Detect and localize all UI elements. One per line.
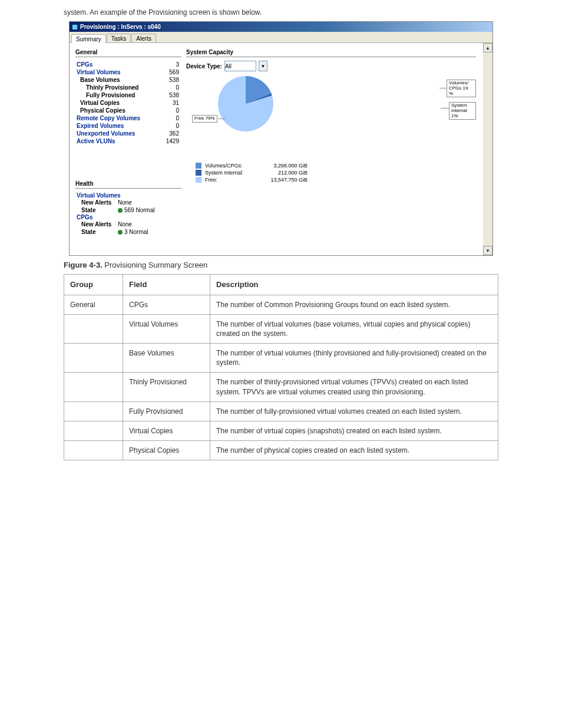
- table-row: Physical CopiesThe number of physical co…: [64, 441, 498, 460]
- general-row[interactable]: Remote Copy Volumes0: [75, 114, 181, 122]
- health-heading: Health: [75, 180, 181, 189]
- cell-description: The number of physical copies created on…: [210, 441, 498, 460]
- device-type-dropdown-button[interactable]: ▼: [259, 61, 267, 71]
- legend-row: System Internal:212.000 GiB: [196, 169, 476, 176]
- general-heading: General: [75, 49, 181, 57]
- legend-value: 13,547.750 GiB: [260, 177, 308, 183]
- general-value: 0: [159, 84, 181, 91]
- tab-summary[interactable]: Summary: [71, 34, 106, 43]
- health-label: State: [75, 207, 118, 213]
- health-group-title[interactable]: Virtual Volumes: [75, 192, 181, 199]
- cell-field: Fully Provisioned: [123, 401, 210, 421]
- health-value: 569 Normal: [118, 207, 155, 213]
- annot-free: Free 79%: [192, 115, 217, 123]
- general-value: 31: [159, 100, 181, 106]
- general-key[interactable]: Unexported Volumes: [75, 130, 159, 137]
- general-row[interactable]: Virtual Volumes569: [75, 68, 181, 76]
- health-label: New Alerts: [75, 221, 118, 228]
- general-row[interactable]: Expired Volumes0: [75, 122, 181, 130]
- table-header-row: Group Field Description: [64, 275, 498, 295]
- general-key[interactable]: Remote Copy Volumes: [75, 115, 159, 121]
- health-row: New AlertsNone: [75, 220, 181, 228]
- annot-volumes: Volumes/CPGs 19%: [447, 80, 476, 97]
- table-row: Base VolumesThe number of virtual volume…: [64, 344, 498, 373]
- general-row: Physical Copies0: [75, 107, 181, 114]
- device-type-select[interactable]: [224, 61, 256, 71]
- cell-field: CPGs: [123, 295, 210, 314]
- legend-swatch-icon: [196, 163, 201, 169]
- scroll-down-button[interactable]: ▼: [483, 246, 492, 255]
- cell-field: Virtual Volumes: [123, 314, 210, 343]
- cell-group: [64, 441, 123, 460]
- tab-alerts[interactable]: Alerts: [131, 34, 156, 42]
- health-group-title[interactable]: CPGs: [75, 214, 181, 220]
- general-row[interactable]: CPGs3: [75, 61, 181, 68]
- general-key: Base Volumes: [75, 77, 159, 83]
- general-key: Virtual Copies: [75, 100, 159, 106]
- legend-swatch-icon: [196, 170, 201, 176]
- table-row: Fully ProvisionedThe number of fully-pro…: [64, 401, 498, 421]
- general-row: Thinly Provisioned0: [75, 84, 181, 91]
- th-group: Group: [64, 275, 123, 295]
- window-icon: [72, 24, 78, 30]
- scroll-up-button[interactable]: ▲: [483, 43, 492, 52]
- tabs-row: Summary Tasks Alerts: [70, 32, 492, 43]
- cell-field: Physical Copies: [123, 441, 210, 460]
- cell-field: Base Volumes: [123, 344, 210, 373]
- health-value: None: [118, 199, 132, 206]
- vertical-scrollbar[interactable]: ▲ ▼: [483, 43, 492, 255]
- general-value: 0: [159, 107, 181, 114]
- general-key[interactable]: Virtual Volumes: [75, 69, 159, 75]
- window-title: Provisioning : InServs : s040: [80, 24, 161, 30]
- general-row[interactable]: Unexported Volumes362: [75, 130, 181, 137]
- th-description: Description: [210, 275, 498, 295]
- health-row: State3 Normal: [75, 228, 181, 236]
- cell-group: General: [64, 295, 123, 314]
- tab-tasks[interactable]: Tasks: [107, 34, 131, 42]
- general-value: 569: [159, 69, 181, 75]
- health-value: 3 Normal: [118, 229, 148, 235]
- general-value: 538: [159, 77, 181, 83]
- cell-group: [64, 401, 123, 421]
- legend-label: Volumes/CPGs:: [205, 163, 257, 169]
- general-list: CPGs3Virtual Volumes569Base Volumes538Th…: [75, 61, 181, 145]
- general-key[interactable]: CPGs: [75, 61, 159, 68]
- cell-description: The number of virtual volumes (base volu…: [210, 314, 498, 343]
- cell-group: [64, 373, 123, 401]
- legend-row: Free:13,547.750 GiB: [196, 176, 476, 183]
- provisioning-window: Provisioning : InServs : s040 Summary Ta…: [69, 21, 493, 256]
- general-row[interactable]: Active VLUNs1429: [75, 137, 181, 145]
- capacity-pie-chart: Volumes/CPGs 19% SystemInternal1% Free 7…: [192, 75, 476, 157]
- table-row: Virtual CopiesThe number of virtual copi…: [64, 421, 498, 441]
- legend-label: System Internal:: [205, 170, 257, 176]
- cell-group: [64, 314, 123, 343]
- legend-label: Free:: [205, 177, 257, 183]
- legend-value: 3,298.000 GiB: [260, 163, 308, 169]
- cell-description: The number of virtual copies (snapshots)…: [210, 421, 498, 441]
- general-value: 362: [159, 130, 181, 137]
- general-key[interactable]: Expired Volumes: [75, 123, 159, 129]
- cell-field: Virtual Copies: [123, 421, 210, 441]
- table-row: GeneralCPGsThe number of Common Provisio…: [64, 295, 498, 314]
- health-row: New AlertsNone: [75, 199, 181, 206]
- general-key: Physical Copies: [75, 107, 159, 114]
- legend-value: 212.000 GiB: [260, 170, 308, 176]
- health-value: None: [118, 221, 132, 228]
- th-field: Field: [123, 275, 210, 295]
- capacity-legend: Volumes/CPGs:3,298.000 GiBSystem Interna…: [186, 162, 476, 183]
- health-list: Virtual VolumesNew AlertsNoneState569 No…: [75, 192, 181, 236]
- cell-description: The number of fully-provisioned virtual …: [210, 401, 498, 421]
- cell-description: The number of thinly-provisioned virtual…: [210, 373, 498, 401]
- intro-paragraph: system. An example of the Provisioning s…: [0, 0, 562, 21]
- general-row: Fully Provisioned538: [75, 91, 181, 99]
- general-key: Fully Provisioned: [75, 92, 159, 98]
- general-row: Base Volumes538: [75, 76, 181, 84]
- general-key[interactable]: Active VLUNs: [75, 138, 159, 144]
- description-table: Group Field Description GeneralCPGsThe n…: [64, 274, 498, 460]
- general-value: 0: [159, 115, 181, 121]
- general-value: 538: [159, 92, 181, 98]
- general-key: Thinly Provisioned: [75, 84, 159, 91]
- pie-svg: [217, 75, 275, 133]
- general-value: 0: [159, 123, 181, 129]
- general-value: 3: [159, 61, 181, 68]
